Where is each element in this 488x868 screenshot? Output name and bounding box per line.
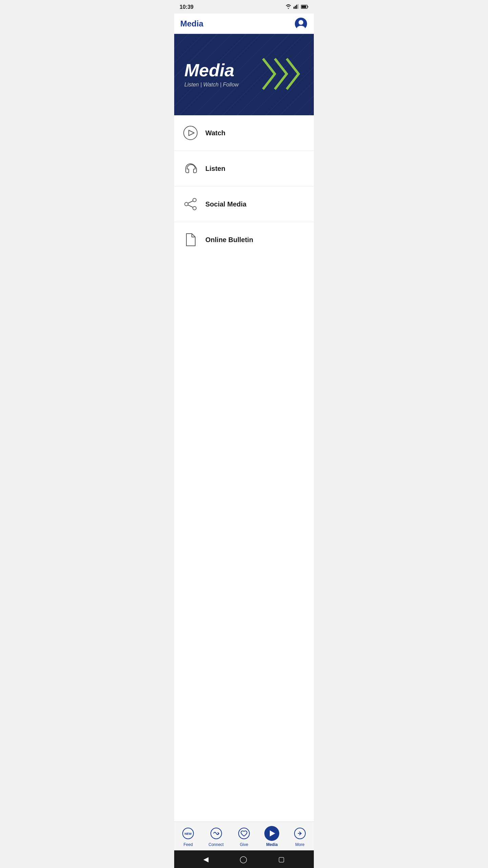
profile-button[interactable] bbox=[294, 17, 308, 31]
wifi-icon bbox=[285, 4, 291, 10]
svg-rect-2 bbox=[296, 5, 297, 9]
svg-point-15 bbox=[185, 202, 188, 206]
menu-item-listen[interactable]: Listen bbox=[174, 151, 314, 186]
give-icon-wrapper bbox=[237, 826, 251, 841]
signal-icon bbox=[293, 4, 299, 10]
more-nav-label: More bbox=[295, 842, 304, 847]
media-icon-wrapper bbox=[264, 826, 279, 841]
svg-rect-3 bbox=[298, 4, 299, 9]
svg-point-12 bbox=[184, 126, 197, 140]
nav-item-more[interactable]: More bbox=[286, 825, 314, 848]
share-icon bbox=[182, 196, 199, 212]
header: Media bbox=[174, 14, 314, 34]
back-button[interactable]: ◀ bbox=[203, 855, 208, 863]
svg-point-14 bbox=[193, 198, 196, 202]
status-icons bbox=[285, 4, 308, 10]
menu-item-online-bulletin[interactable]: Online Bulletin bbox=[174, 222, 314, 257]
status-bar: 10:39 bbox=[174, 0, 314, 14]
online-bulletin-label: Online Bulletin bbox=[205, 236, 253, 244]
media-banner: Media Listen | Watch | Follow bbox=[174, 34, 314, 115]
banner-subtitle: Listen | Watch | Follow bbox=[184, 82, 239, 88]
recents-button[interactable]: ▢ bbox=[278, 855, 285, 863]
media-nav-label: Media bbox=[266, 842, 278, 847]
social-media-label: Social Media bbox=[205, 200, 246, 208]
android-nav-bar: ◀ ◯ ▢ bbox=[174, 850, 314, 868]
menu-item-watch[interactable]: Watch bbox=[174, 115, 314, 151]
banner-text: Media Listen | Watch | Follow bbox=[184, 61, 239, 88]
listen-label: Listen bbox=[205, 165, 225, 173]
nav-item-media[interactable]: Media bbox=[258, 825, 286, 848]
feed-nav-label: Feed bbox=[184, 842, 193, 847]
give-nav-label: Give bbox=[240, 842, 248, 847]
feed-icon-wrapper: NEW bbox=[181, 826, 196, 841]
svg-point-16 bbox=[193, 206, 196, 210]
svg-point-8 bbox=[299, 20, 303, 25]
home-button[interactable]: ◯ bbox=[240, 855, 247, 863]
menu-section: Watch Listen Social Media bbox=[174, 115, 314, 822]
svg-marker-23 bbox=[270, 830, 275, 836]
bottom-nav: NEW Feed Connect Give bbox=[174, 822, 314, 850]
svg-point-22 bbox=[239, 828, 249, 839]
nav-item-connect[interactable]: Connect bbox=[202, 825, 230, 848]
svg-line-17 bbox=[188, 201, 193, 203]
svg-rect-1 bbox=[295, 6, 296, 9]
document-icon bbox=[182, 232, 199, 248]
svg-text:NEW: NEW bbox=[185, 832, 192, 835]
svg-rect-0 bbox=[293, 7, 294, 9]
svg-rect-5 bbox=[308, 6, 308, 7]
battery-icon bbox=[301, 4, 308, 10]
connect-nav-label: Connect bbox=[208, 842, 224, 847]
page-title: Media bbox=[180, 19, 203, 28]
banner-title: Media bbox=[184, 61, 239, 79]
svg-marker-13 bbox=[189, 130, 194, 136]
headphone-icon bbox=[182, 160, 199, 177]
more-icon-wrapper bbox=[292, 826, 307, 841]
banner-arrows-icon bbox=[260, 55, 304, 94]
nav-item-give[interactable]: Give bbox=[230, 825, 258, 848]
status-time: 10:39 bbox=[180, 4, 194, 10]
svg-rect-6 bbox=[302, 6, 306, 8]
connect-icon-wrapper bbox=[209, 826, 224, 841]
svg-line-18 bbox=[188, 205, 193, 208]
nav-item-feed[interactable]: NEW Feed bbox=[174, 825, 202, 848]
watch-label: Watch bbox=[205, 129, 225, 137]
play-circle-icon bbox=[182, 125, 199, 141]
menu-item-social-media[interactable]: Social Media bbox=[174, 186, 314, 222]
